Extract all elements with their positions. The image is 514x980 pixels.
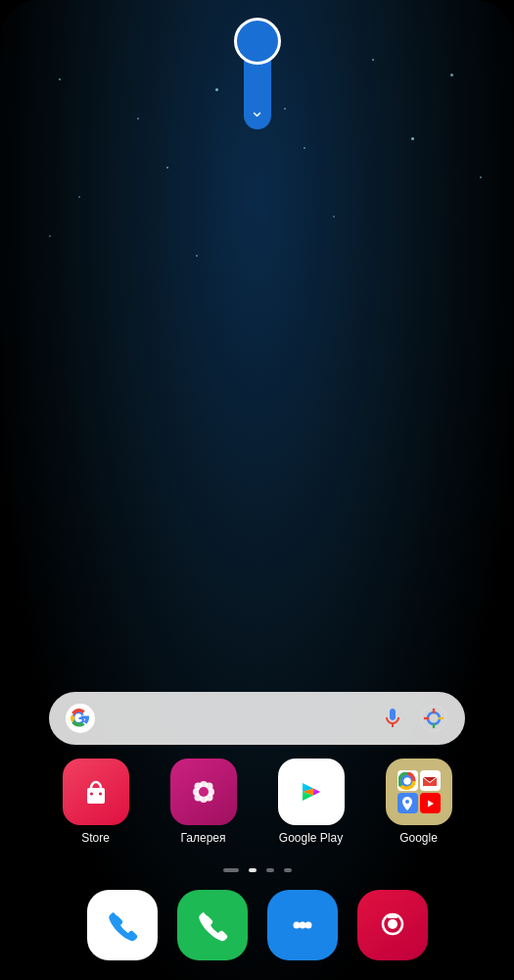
top-indicator[interactable]: ⌄ <box>234 18 281 129</box>
app-item-gallery[interactable]: Галерея <box>164 759 244 845</box>
google-logo-container <box>65 703 96 734</box>
mic-icon[interactable] <box>377 703 408 734</box>
svg-point-6 <box>90 793 93 796</box>
page-dot-1[interactable] <box>249 868 257 872</box>
svg-point-19 <box>404 777 411 784</box>
dock-item-messages[interactable] <box>267 890 338 960</box>
gallery-icon <box>170 759 237 825</box>
app-item-google-play[interactable]: Google Play <box>271 759 351 845</box>
app-row-1: Store <box>56 759 459 845</box>
dock-item-screen-recorder[interactable] <box>357 890 428 960</box>
dock-item-phone-white[interactable] <box>87 890 158 960</box>
page-dot-3[interactable] <box>284 868 292 872</box>
svg-point-25 <box>293 922 300 929</box>
svg-rect-30 <box>388 914 397 918</box>
google-folder-label: Google <box>399 831 438 845</box>
phone-screen: ⌄ G G <box>0 0 514 980</box>
google-lens-icon[interactable] <box>418 703 449 734</box>
svg-point-27 <box>304 922 311 929</box>
app-item-store[interactable]: Store <box>56 759 136 845</box>
dock <box>0 890 514 960</box>
dock-item-phone-green[interactable] <box>177 890 248 960</box>
indicator-circle <box>234 18 281 65</box>
store-icon <box>63 759 129 825</box>
page-dot-lines[interactable] <box>223 868 239 872</box>
svg-point-22 <box>405 800 409 804</box>
svg-point-16 <box>199 787 209 797</box>
app-grid: Store <box>0 759 514 853</box>
google-play-label: Google Play <box>279 831 343 845</box>
chevron-down-icon: ⌄ <box>250 102 264 120</box>
svg-point-7 <box>99 793 102 796</box>
indicator-stem: ⌄ <box>244 61 271 129</box>
store-label: Store <box>81 831 110 845</box>
svg-point-29 <box>388 919 397 929</box>
page-dot-2[interactable] <box>266 868 274 872</box>
google-folder-icon <box>386 759 452 825</box>
page-indicators <box>0 868 514 872</box>
gallery-label: Галерея <box>180 831 225 845</box>
search-bar[interactable]: G G <box>49 692 465 745</box>
svg-point-4 <box>428 712 440 724</box>
app-item-google-folder[interactable]: Google <box>379 759 459 845</box>
svg-point-26 <box>299 922 305 929</box>
play-icon <box>278 759 345 825</box>
svg-rect-5 <box>87 788 105 804</box>
